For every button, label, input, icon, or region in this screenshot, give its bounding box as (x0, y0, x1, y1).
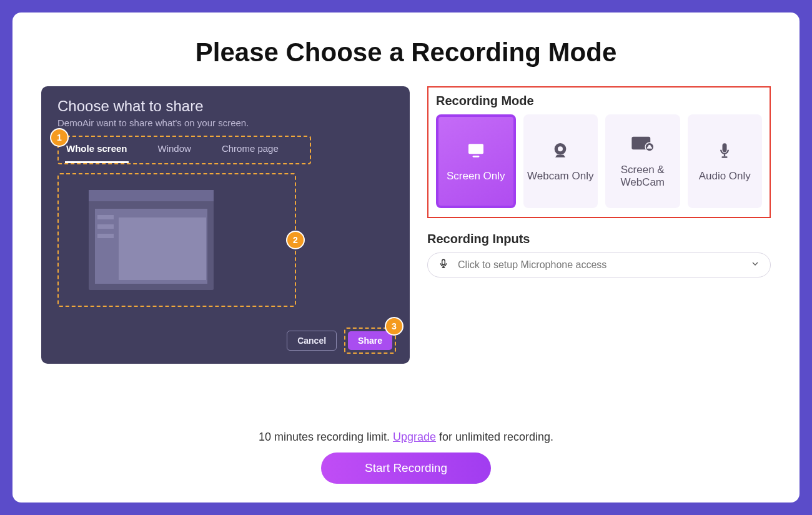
share-tabs: 1 Whole screen Window Chrome page (57, 136, 311, 164)
svg-point-3 (558, 146, 563, 151)
svg-rect-7 (723, 143, 727, 152)
share-heading: Choose what to share (57, 98, 394, 115)
svg-rect-8 (724, 154, 725, 157)
microphone-selector[interactable] (427, 252, 771, 278)
cancel-button[interactable]: Cancel (287, 331, 337, 351)
share-subheading: DemoAir want to share what's on your scr… (57, 118, 394, 128)
tab-chrome-page[interactable]: Chrome page (220, 141, 280, 161)
step-badge-2: 2 (287, 232, 304, 248)
mode-label: Webcam Only (527, 170, 593, 182)
svg-rect-0 (468, 144, 483, 154)
mode-audio-only[interactable]: Audio Only (688, 114, 763, 208)
recording-mode-label: Recording Mode (436, 94, 762, 108)
microphone-input[interactable] (458, 259, 741, 271)
start-recording-button[interactable]: Start Recording (321, 452, 491, 484)
share-preview-panel: Choose what to share DemoAir want to sha… (41, 86, 410, 364)
step-badge-3: 3 (386, 318, 402, 334)
mode-screen-only[interactable]: Screen Only (436, 114, 516, 208)
svg-rect-10 (442, 259, 445, 264)
mode-webcam-only[interactable]: Webcam Only (523, 114, 598, 208)
share-button[interactable]: Share (348, 331, 392, 350)
chevron-down-icon (750, 259, 760, 271)
screen-webcam-icon (631, 134, 655, 155)
mode-screen-webcam[interactable]: Screen & WebCam (605, 114, 680, 208)
recording-inputs-label: Recording Inputs (427, 232, 771, 246)
screen-thumbnail-icon (89, 190, 214, 290)
svg-rect-1 (472, 156, 479, 158)
upgrade-link[interactable]: Upgrade (393, 431, 436, 443)
mode-label: Screen Only (447, 170, 505, 182)
tab-whole-screen[interactable]: Whole screen (65, 141, 129, 163)
limit-text: 10 minutes recording limit. Upgrade for … (41, 431, 771, 444)
tab-window[interactable]: Window (157, 141, 192, 161)
step-badge-1: 1 (51, 129, 67, 146)
recording-mode-section: Recording Mode Screen Only Webcam Only (427, 86, 771, 218)
limit-post: for unlimited recording. (439, 431, 553, 443)
svg-rect-9 (722, 156, 728, 158)
microphone-icon (438, 258, 449, 272)
screen-preview-area[interactable]: 2 (57, 173, 296, 307)
microphone-icon (713, 140, 736, 161)
mode-label: Audio Only (699, 170, 751, 182)
share-button-highlight: 3 Share (344, 328, 396, 354)
page-title: Please Choose a Recording Mode (41, 38, 771, 68)
monitor-icon (464, 140, 488, 161)
webcam-icon (548, 140, 572, 161)
mode-label: Screen & WebCam (609, 164, 676, 189)
limit-pre: 10 minutes recording limit. (259, 431, 393, 443)
